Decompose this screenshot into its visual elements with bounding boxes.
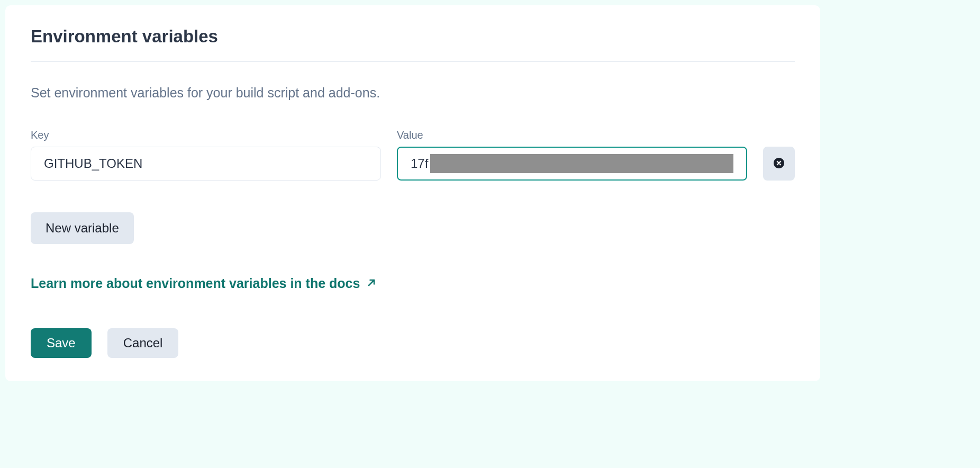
- actions-row: Save Cancel: [31, 328, 795, 358]
- new-variable-button[interactable]: New variable: [31, 212, 134, 244]
- docs-link[interactable]: Learn more about environment variables i…: [31, 276, 377, 291]
- value-input[interactable]: 17f: [397, 147, 747, 181]
- key-field-group: Key: [31, 129, 381, 181]
- docs-link-text: Learn more about environment variables i…: [31, 276, 360, 291]
- external-link-icon: [366, 276, 377, 291]
- delete-icon: [773, 157, 785, 170]
- redacted-value: [430, 154, 733, 173]
- section-description: Set environment variables for your build…: [31, 85, 795, 101]
- env-variables-card: Environment variables Set environment va…: [5, 5, 820, 381]
- save-button[interactable]: Save: [31, 328, 92, 358]
- value-label: Value: [397, 129, 747, 141]
- value-prefix: 17f: [411, 156, 428, 171]
- key-input[interactable]: [31, 147, 381, 181]
- delete-variable-button[interactable]: [763, 147, 795, 181]
- key-label: Key: [31, 129, 381, 141]
- value-field-group: Value 17f: [397, 129, 747, 181]
- variable-row: Key Value 17f: [31, 129, 795, 181]
- divider: [31, 61, 795, 62]
- section-title: Environment variables: [31, 26, 795, 47]
- svg-line-1: [369, 280, 374, 285]
- cancel-button[interactable]: Cancel: [107, 328, 179, 358]
